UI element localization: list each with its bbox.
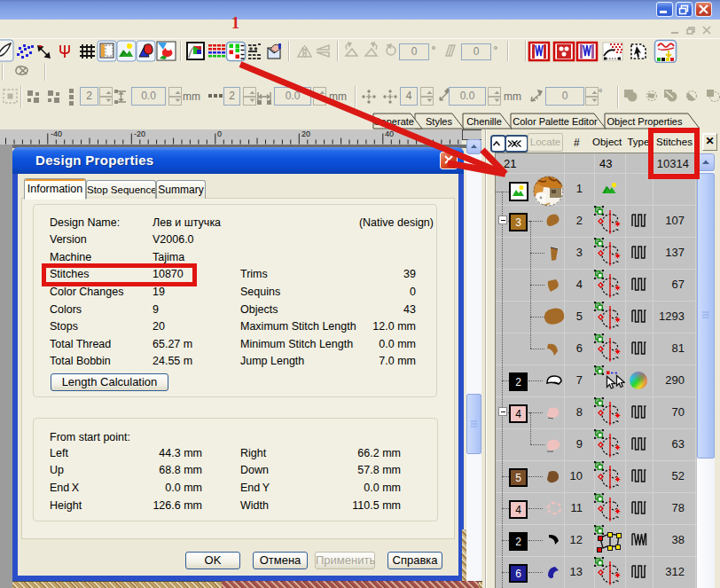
svg-text:Chenille: Chenille: [466, 116, 502, 127]
svg-text:-40: -40: [51, 129, 62, 138]
svg-text:0: 0: [411, 45, 418, 58]
svg-text:0: 0: [473, 45, 480, 58]
svg-text:20: 20: [301, 129, 310, 138]
svg-text:Color Palette Editor: Color Palette Editor: [513, 116, 598, 127]
svg-text:0: 0: [217, 129, 222, 138]
svg-text:-20: -20: [134, 129, 145, 138]
svg-text:Object Properties: Object Properties: [607, 116, 683, 127]
svg-text:Styles: Styles: [426, 116, 452, 127]
